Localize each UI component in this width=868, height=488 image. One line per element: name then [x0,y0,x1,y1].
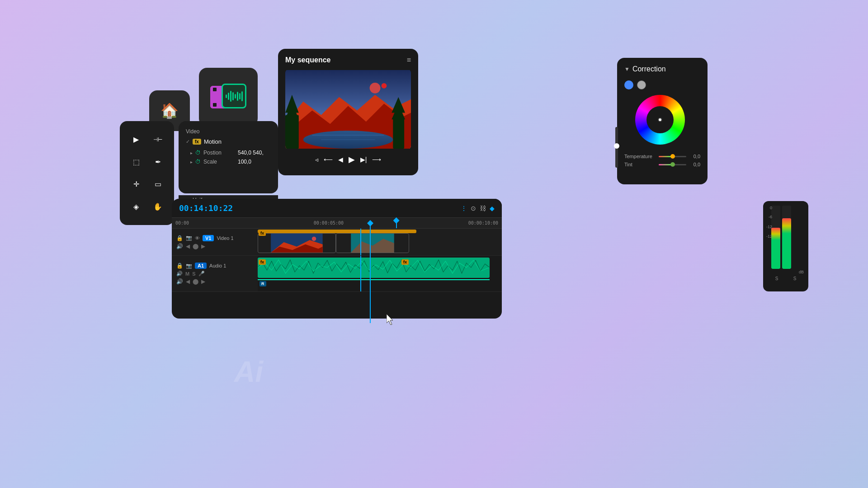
a1-right[interactable]: ▶ [201,278,205,285]
v1-label: 🔒 📷 👁 V1 Video 1 🔊 ◀ ⬤ ▶ [172,229,258,255]
marker-icon[interactable]: ◆ [490,205,495,212]
a1-left[interactable]: ◀ [186,278,190,285]
a1-vol[interactable]: 🔊 [176,271,183,277]
tool-row-3: ✛ ▭ [128,176,166,192]
timecode-display: 00:14:10:22 [179,203,233,213]
db-label: dB [768,270,804,274]
audio-wave-icon [222,84,246,108]
color-wheel[interactable] [635,95,685,145]
tint-slider[interactable] [659,164,686,165]
a1-r-label: R [259,281,266,286]
v1-lock-icon[interactable]: 🔒 [176,235,183,241]
meter-6db: -6 [769,215,772,219]
meter-s-right[interactable]: S [793,276,797,281]
correction-header: ▼ Correction [624,65,700,73]
temperature-label: Temperature [624,154,656,159]
v1-clip-1[interactable] [258,233,336,253]
v1-content[interactable]: fx [258,229,502,255]
collapse-icon[interactable]: ▼ [624,66,630,72]
svg-rect-7 [393,117,404,149]
v1-fx-marker: fx [259,230,266,236]
fx-row: ✓ fx Motion [186,138,271,145]
rewind-btn[interactable]: ◀ [338,156,343,163]
timer-icon: ⏱ [195,150,201,156]
v1-name-row: 🔒 📷 👁 V1 Video 1 [176,235,253,241]
color-mode-icon[interactable] [624,80,633,89]
v1-clip-2[interactable] [336,233,409,253]
tint-knob[interactable] [670,162,675,167]
video-section-label: Video [186,128,271,135]
tool-row-1: ▶ ⊣⊢ [128,131,166,148]
v1-left-btn[interactable]: ◀ [186,243,190,249]
step-fwd-btn[interactable]: ▶| [360,156,367,163]
a1-badge: A1 [195,263,207,269]
select-box-tool[interactable]: ⬚ [128,154,144,170]
select-tool[interactable]: ▶ [128,131,144,148]
timeline-ruler: 00:00 00:00:05:00 00:00:10:00 [172,218,502,229]
a1-lock-icon[interactable]: 🔒 [176,263,183,269]
a1-solo[interactable]: S [192,271,195,277]
meter-12db-2: -12 [766,234,772,239]
a1-mic[interactable]: 🎤 [198,271,205,277]
v1-vol-icon[interactable]: 🔊 [176,243,183,249]
preview-panel: My sequence ≡ [278,49,418,175]
move-tool[interactable]: ✛ [128,176,144,192]
trim-out-btn[interactable]: ⟶ [372,156,381,163]
expand-arrow: ▸ [190,150,193,155]
a1-content[interactable]: L fx fx R [258,256,502,291]
position-label: Postion [203,150,235,156]
temperature-knob[interactable] [670,154,675,159]
a1-name-row: 🔒 📷 A1 Audio 1 [176,263,253,269]
v1-right-btn[interactable]: ▶ [201,243,205,249]
ai-watermark: Ai [234,355,263,389]
v1-eye-icon: 👁 [195,235,200,241]
ruler-mark-5: 00:00:05:00 [314,221,344,225]
a1-circle[interactable]: ⬤ [193,278,198,285]
temperature-value: 0,0 [689,154,700,159]
tool-row-4: ◈ ✋ [128,198,166,215]
play-btn[interactable]: ▶ [349,155,355,164]
magnet-icon[interactable]: ⊙ [471,205,476,212]
position-value: 540,0 540, [238,150,264,156]
fx-media-icon [210,84,246,111]
meter-s-left[interactable]: S [775,276,778,281]
color-replace-tool[interactable]: ◈ [128,198,144,215]
correction-panel: ▼ Correction Temperature 0,0 Tint [617,58,708,184]
playhead-needle [370,224,371,323]
v1-circle[interactable]: ⬤ [193,243,198,249]
a1-mute[interactable]: M [185,271,189,277]
link-icon[interactable]: ⛓ [480,205,486,212]
svg-point-11 [370,83,381,94]
menu-icon[interactable]: ≡ [407,56,411,64]
meter-0db: 0 [770,206,772,210]
a1-fx-right: fx [401,259,409,265]
a1-audio-clip[interactable]: L fx fx [258,258,490,278]
bw-mode-icon[interactable] [637,80,646,89]
timer-icon-2: ⏱ [195,159,201,165]
scale-label: Scale [203,159,235,165]
a1-name: Audio 1 [209,263,226,268]
v1-controls: 🔊 ◀ ⬤ ▶ [176,243,253,249]
prev-frame-btn[interactable]: ◃ [315,156,318,163]
snap-icon[interactable]: ⋮ [461,205,467,212]
meter-12db: -12 [766,225,772,229]
timeline-controls: ⋮ ⊙ ⛓ ◆ [461,205,495,212]
brightness-slider[interactable] [615,127,618,168]
meter-bar-right [782,206,791,269]
svg-rect-22 [258,258,490,278]
check-icon: ✓ [186,139,190,145]
temperature-slider[interactable] [659,156,686,157]
a1-controls-2: 🔊 ◀ ⬤ ▶ [176,278,253,285]
brightness-knob[interactable] [614,143,619,149]
playhead-ruler-line [396,218,397,228]
trim-in-btn[interactable]: ⟵ [324,156,333,163]
trim-tool[interactable]: ⊣⊢ [150,131,166,148]
rectangle-tool[interactable]: ▭ [150,176,166,192]
a1-vol2[interactable]: 🔊 [176,278,183,285]
hand-tool[interactable]: ✋ [150,198,166,215]
color-wheel-dot[interactable] [658,117,662,122]
pen-tool[interactable]: ✒ [150,154,166,170]
preview-video [285,69,411,150]
motion-panel: Video ✓ fx Motion ▸ ⏱ Postion 540,0 540,… [179,121,278,193]
svg-point-12 [381,83,387,89]
